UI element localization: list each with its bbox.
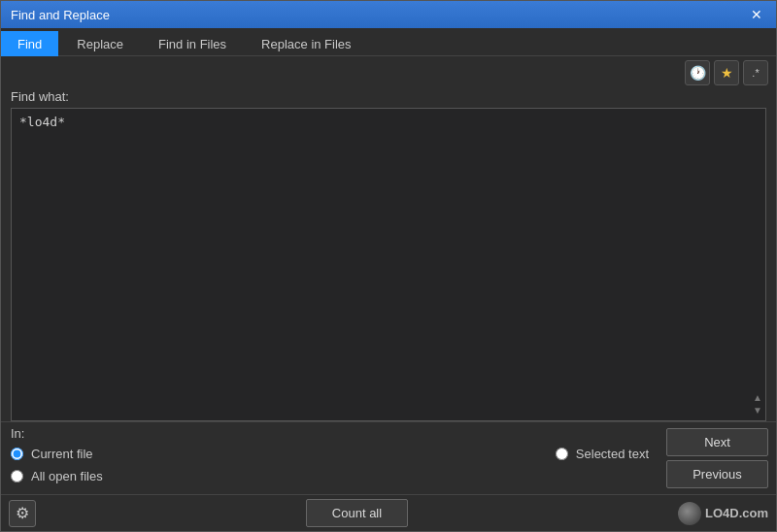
title-bar: Find and Replace ✕ [1,1,776,28]
radio-row-2: All open files [1,465,659,487]
gear-icon: ⚙ [16,504,29,522]
count-all-button[interactable]: Count all [306,499,408,527]
regex-icon: .* [752,67,759,79]
scroll-down-icon: ▼ [753,405,762,416]
find-replace-dialog: Find and Replace ✕ Find Replace Find in … [0,0,777,532]
close-button[interactable]: ✕ [747,8,766,21]
right-buttons: Next Previous [659,422,776,494]
logo-text: LO4D.com [705,506,768,520]
bottom-row: In: Current file Selected text All open … [1,422,776,494]
next-button[interactable]: Next [666,428,768,456]
logo-area: LO4D.com [678,502,768,525]
left-options: In: Current file Selected text All open … [1,422,659,494]
bookmark-button[interactable]: ★ [714,60,739,85]
history-button[interactable]: 🕐 [685,60,710,85]
label-current-file: Current file [31,447,93,461]
tab-find-in-files[interactable]: Find in Files [142,31,243,56]
previous-button[interactable]: Previous [666,460,768,488]
tab-bar: Find Replace Find in Files Replace in Fi… [1,28,776,56]
tab-replace-in-files[interactable]: Replace in Files [245,31,368,56]
radio-selected-text[interactable] [556,448,568,460]
in-label: In: [1,422,659,443]
search-area: *lo4d* ▲ ▼ [1,108,776,421]
tab-find[interactable]: Find [1,31,58,56]
toolbar: 🕐 ★ .* [1,56,776,89]
history-icon: 🕐 [690,65,706,81]
dialog-title: Find and Replace [11,8,110,22]
star-icon: ★ [721,65,733,81]
tab-replace[interactable]: Replace [60,31,140,56]
label-selected-text: Selected text [576,447,649,461]
bottom-footer: ⚙ Count all LO4D.com [1,494,776,531]
radio-all-open[interactable] [11,470,23,482]
find-what-label: Find what: [1,89,776,108]
regex-button[interactable]: .* [743,60,768,85]
label-all-open: All open files [31,469,103,483]
main-content: *lo4d* ▲ ▼ [1,108,776,421]
radio-current-file[interactable] [11,448,23,460]
logo-icon [678,502,701,525]
scroll-up-icon: ▲ [753,392,762,403]
settings-button[interactable]: ⚙ [9,500,36,527]
bottom-section: In: Current file Selected text All open … [1,421,776,494]
scroll-indicator: ▲ ▼ [753,392,762,416]
search-input[interactable]: *lo4d* [11,108,766,421]
radio-row-1: Current file Selected text [1,443,659,465]
